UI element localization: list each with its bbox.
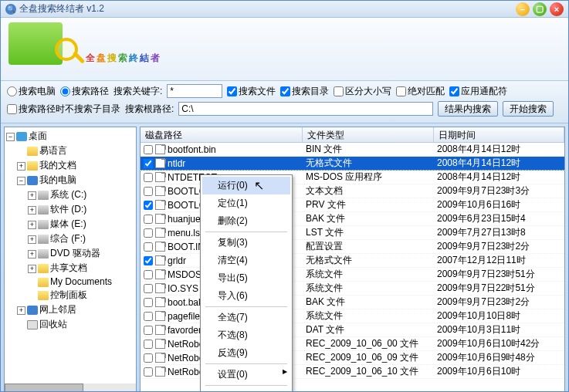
app-icon: 🔍 <box>5 4 16 15</box>
menu-import[interactable]: 导入(6) <box>202 287 290 305</box>
file-date: 2009年7月27日13时8 <box>434 226 564 239</box>
toolbar: 搜索电脑 搜索路径 搜索关键字: 搜索文件 搜索目录 区分大小写 绝对匹配 应用… <box>1 81 568 123</box>
file-name: IO.SYS <box>168 283 198 294</box>
file-type: 文本文档 <box>303 184 434 198</box>
check-search-files[interactable]: 搜索文件 <box>227 85 276 98</box>
keyword-label: 搜索关键字: <box>113 85 162 98</box>
file-type: REC_2009_10_06_09 文件 <box>303 351 434 364</box>
check-wildcard[interactable]: 应用通配符 <box>449 85 507 98</box>
tree-item-recycle[interactable]: 回收站 <box>6 317 134 332</box>
file-type: REC_2009_10_06_10 文件 <box>303 365 434 378</box>
file-date: 2009年9月7日22时51分 <box>434 282 564 295</box>
row-checkbox[interactable] <box>144 173 153 182</box>
results-header[interactable]: 磁盘路径 文件类型 日期时间 <box>141 127 564 143</box>
file-icon <box>155 353 165 363</box>
row-checkbox[interactable] <box>144 367 153 377</box>
root-input[interactable] <box>178 102 433 116</box>
table-row[interactable]: bootfont.binBIN 文件2008年4月14日12时 <box>141 143 564 157</box>
menu-export[interactable]: 导出(5) <box>202 269 290 287</box>
logo <box>8 22 86 76</box>
row-checkbox[interactable] <box>144 256 153 265</box>
root-label: 搜索根路径: <box>125 103 174 116</box>
row-checkbox[interactable] <box>144 228 153 238</box>
file-date: 2008年4月14日12时 <box>434 157 564 170</box>
tree-item-drive-e[interactable]: +媒体 (E:) <box>6 217 134 231</box>
column-type[interactable]: 文件类型 <box>303 127 434 142</box>
tree-item-drive-c[interactable]: +系统 (C:) <box>6 188 134 202</box>
file-date: 2009年10月3日11时 <box>434 323 564 336</box>
file-type: PRV 文件 <box>303 198 434 211</box>
tree-item-controlpanel[interactable]: 控制面板 <box>6 288 134 302</box>
check-case[interactable]: 区分大小写 <box>334 85 391 98</box>
menu-copy[interactable]: 复制(3) <box>202 234 290 252</box>
tree-item-network[interactable]: +网上邻居 <box>6 302 134 317</box>
tree-scrollbar[interactable] <box>5 384 136 392</box>
row-checkbox[interactable] <box>144 284 153 293</box>
tree-item-desktop[interactable]: −桌面 <box>6 129 134 144</box>
file-icon <box>155 325 165 335</box>
file-icon <box>155 158 165 168</box>
search-in-results-button[interactable]: 结果内搜索 <box>438 101 498 117</box>
row-checkbox[interactable] <box>144 187 153 196</box>
tree-item-mydocuments[interactable]: My Documents <box>6 275 134 288</box>
tree-item-mydocs[interactable]: +我的文档 <box>6 158 134 173</box>
file-icon <box>155 172 165 182</box>
file-type: LST 文件 <box>303 226 434 239</box>
file-type: BIN 文件 <box>303 143 434 156</box>
start-search-button[interactable]: 开始搜索 <box>503 101 554 117</box>
row-checkbox[interactable] <box>144 353 153 363</box>
file-date: 2009年9月7日23时51分 <box>434 268 564 281</box>
file-date: 2008年4月14日12时 <box>434 143 564 156</box>
tree-item-easylang[interactable]: 易语言 <box>6 144 134 158</box>
row-checkbox[interactable] <box>144 298 153 307</box>
tree-item-shared[interactable]: +共享文档 <box>6 261 134 275</box>
check-exact[interactable]: 绝对匹配 <box>396 85 445 98</box>
menu-selectall[interactable]: 全选(7) <box>202 309 290 326</box>
menu-invert[interactable]: 反选(9) <box>202 344 290 362</box>
tree-item-dvd[interactable]: +DVD 驱动器 <box>6 246 134 261</box>
table-row[interactable]: ntldr无格式文件2008年4月14日12时 <box>141 157 564 171</box>
row-checkbox[interactable] <box>144 312 153 321</box>
keyword-input[interactable] <box>167 84 222 98</box>
row-checkbox[interactable] <box>144 270 153 279</box>
close-button[interactable]: × <box>550 2 564 16</box>
radio-search-path[interactable]: 搜索路径 <box>60 85 109 98</box>
column-path[interactable]: 磁盘路径 <box>141 127 303 142</box>
maximize-button[interactable]: ▢ <box>533 2 547 16</box>
tree-item-mycomputer[interactable]: −我的电脑 <box>6 173 134 188</box>
file-type: 无格式文件 <box>303 157 434 170</box>
menu-locate[interactable]: 定位(1) <box>202 194 290 212</box>
menu-settings[interactable]: 设置(0) <box>202 366 290 384</box>
titlebar: 🔍 全盘搜索终结者 v1.2 – ▢ × <box>1 1 568 18</box>
row-checkbox[interactable] <box>144 159 153 168</box>
row-checkbox[interactable] <box>144 215 153 224</box>
row-checkbox[interactable] <box>144 201 153 210</box>
file-type: 系统文件 <box>303 309 434 323</box>
row-checkbox[interactable] <box>144 242 153 252</box>
check-search-dirs[interactable]: 搜索目录 <box>280 85 329 98</box>
menu-none[interactable]: 不选(8) <box>202 326 290 344</box>
row-checkbox[interactable] <box>144 326 153 335</box>
file-icon <box>155 242 165 252</box>
file-date: 2007年12月12日11时 <box>434 254 564 267</box>
file-date: 2009年9月7日23时2分 <box>434 240 564 253</box>
file-type: BAK 文件 <box>303 212 434 225</box>
menu-clear[interactable]: 清空(4) <box>202 252 290 269</box>
menu-run[interactable]: 运行(0) <box>202 177 290 194</box>
file-date: 2009年9月7日23时2分 <box>434 296 564 309</box>
file-type: 无格式文件 <box>303 254 434 267</box>
column-date[interactable]: 日期时间 <box>434 127 564 142</box>
check-no-subdirs[interactable]: 搜索路径时不搜索子目录 <box>7 103 120 116</box>
menu-delete[interactable]: 删除(2) <box>202 212 290 230</box>
row-checkbox[interactable] <box>144 145 153 154</box>
tree-item-drive-f[interactable]: +综合 (F:) <box>6 231 134 246</box>
row-checkbox[interactable] <box>144 340 153 349</box>
file-type: 系统文件 <box>303 282 434 295</box>
file-date: 2009年10月6日10时 <box>434 365 564 378</box>
file-icon <box>155 186 165 196</box>
folder-tree[interactable]: −桌面 易语言 +我的文档 −我的电脑 +系统 (C:) +软件 (D:) +媒… <box>4 127 137 392</box>
radio-search-computer[interactable]: 搜索电脑 <box>7 85 56 98</box>
tree-item-drive-d[interactable]: +软件 (D:) <box>6 202 134 217</box>
minimize-button[interactable]: – <box>516 2 530 16</box>
context-menu: 运行(0) 定位(1) 删除(2) 复制(3) 清空(4) 导出(5) 导入(6… <box>200 174 293 392</box>
